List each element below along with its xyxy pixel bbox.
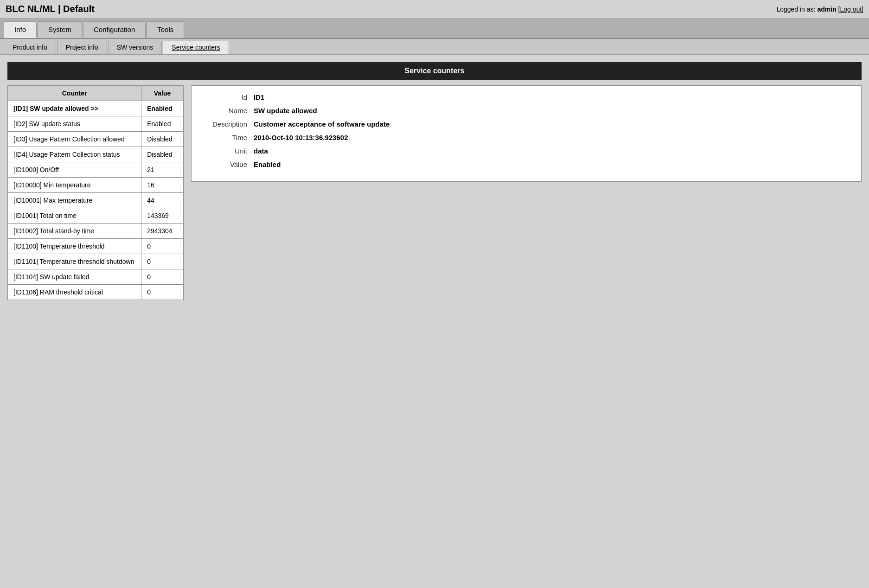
main-layout: Counter Value [ID1] SW update allowed >>… bbox=[7, 85, 862, 300]
table-row[interactable]: [ID1100] Temperature threshold0 bbox=[8, 239, 184, 254]
logout-link[interactable]: Log out bbox=[840, 6, 862, 13]
counter-value-cell: Disabled bbox=[141, 132, 184, 147]
counter-name-cell: [ID4] Usage Pattern Collection status bbox=[8, 147, 141, 162]
tab-system[interactable]: System bbox=[38, 21, 82, 38]
table-row[interactable]: [ID3] Usage Pattern Collection allowedDi… bbox=[8, 132, 184, 147]
detail-description-label: Description bbox=[203, 120, 254, 128]
table-row[interactable]: [ID1000] On/Off21 bbox=[8, 162, 184, 178]
table-row[interactable]: [ID10001] Max temperature44 bbox=[8, 193, 184, 208]
table-row[interactable]: [ID10000] Min temperature16 bbox=[8, 178, 184, 193]
detail-time-value: 2010-Oct-10 10:13:36.923602 bbox=[254, 134, 348, 141]
app-title: BLC NL/ML | Default bbox=[6, 4, 95, 14]
main-nav: Info System Configuration Tools bbox=[0, 19, 869, 39]
counter-value-cell: 143369 bbox=[141, 208, 184, 224]
table-row[interactable]: [ID2] SW update statusEnabled bbox=[8, 116, 184, 132]
detail-value-label: Value bbox=[203, 160, 254, 168]
detail-name-row: Name SW update allowed bbox=[203, 107, 850, 115]
detail-value-row: Value Enabled bbox=[203, 160, 850, 168]
tab-product-info[interactable]: Product info bbox=[4, 41, 56, 54]
counter-name-cell: [ID1100] Temperature threshold bbox=[8, 239, 141, 254]
table-row[interactable]: [ID1] SW update allowed >>Enabled bbox=[8, 101, 184, 116]
detail-unit-row: Unit data bbox=[203, 147, 850, 155]
detail-name-label: Name bbox=[203, 107, 254, 115]
counter-table-body: [ID1] SW update allowed >>Enabled[ID2] S… bbox=[8, 101, 184, 300]
detail-id-value: ID1 bbox=[254, 93, 264, 101]
counter-name-cell: [ID1104] SW update failed bbox=[8, 269, 141, 285]
detail-unit-label: Unit bbox=[203, 147, 254, 155]
detail-panel: Id ID1 Name SW update allowed Descriptio… bbox=[191, 85, 862, 182]
header: BLC NL/ML | Default Logged in as: admin … bbox=[0, 0, 869, 19]
counter-name-cell: [ID1106] RAM threshold critical bbox=[8, 285, 141, 300]
counter-table-container: Counter Value [ID1] SW update allowed >>… bbox=[7, 85, 184, 300]
table-row[interactable]: [ID1001] Total on time143369 bbox=[8, 208, 184, 224]
detail-id-label: Id bbox=[203, 93, 254, 101]
counter-name-cell: [ID1000] On/Off bbox=[8, 162, 141, 178]
counter-name-cell: [ID1] SW update allowed >> bbox=[8, 101, 141, 116]
counter-name-cell: [ID10001] Max temperature bbox=[8, 193, 141, 208]
section-title: Service counters bbox=[7, 62, 862, 80]
login-info: Logged in as: admin [Log out] bbox=[776, 6, 863, 13]
tab-sw-versions[interactable]: SW versions bbox=[108, 41, 162, 54]
counter-value-cell: 0 bbox=[141, 285, 184, 300]
tab-configuration[interactable]: Configuration bbox=[83, 21, 146, 38]
content-area: Service counters Counter Value [ID1] SW … bbox=[0, 55, 869, 307]
counter-value-cell: 0 bbox=[141, 269, 184, 285]
counter-name-cell: [ID1001] Total on time bbox=[8, 208, 141, 224]
table-row[interactable]: [ID1002] Total stand-by time2943304 bbox=[8, 224, 184, 239]
tab-info[interactable]: Info bbox=[4, 21, 37, 38]
sub-nav: Product info Project info SW versions Se… bbox=[0, 39, 869, 55]
counter-value-cell: 2943304 bbox=[141, 224, 184, 239]
counter-name-cell: [ID10000] Min temperature bbox=[8, 178, 141, 193]
detail-name-value: SW update allowed bbox=[254, 107, 317, 115]
table-row[interactable]: [ID1104] SW update failed0 bbox=[8, 269, 184, 285]
detail-description-value: Customer acceptance of software update bbox=[254, 120, 390, 128]
counter-name-cell: [ID1002] Total stand-by time bbox=[8, 224, 141, 239]
counter-table: Counter Value [ID1] SW update allowed >>… bbox=[7, 85, 184, 300]
counter-name-cell: [ID3] Usage Pattern Collection allowed bbox=[8, 132, 141, 147]
detail-time-label: Time bbox=[203, 134, 254, 141]
table-row[interactable]: [ID1106] RAM threshold critical0 bbox=[8, 285, 184, 300]
counter-name-cell: [ID1101] Temperature threshold shutdown bbox=[8, 254, 141, 269]
table-row[interactable]: [ID1101] Temperature threshold shutdown0 bbox=[8, 254, 184, 269]
counter-value-cell: Disabled bbox=[141, 147, 184, 162]
counter-value-cell: 16 bbox=[141, 178, 184, 193]
detail-description-row: Description Customer acceptance of softw… bbox=[203, 120, 850, 128]
tab-service-counters[interactable]: Service counters bbox=[163, 41, 229, 54]
counter-value-cell: 0 bbox=[141, 254, 184, 269]
col-header-value: Value bbox=[141, 86, 184, 101]
table-row[interactable]: [ID4] Usage Pattern Collection statusDis… bbox=[8, 147, 184, 162]
counter-name-cell: [ID2] SW update status bbox=[8, 116, 141, 132]
login-text: Logged in as: bbox=[776, 6, 817, 13]
counter-value-cell: Enabled bbox=[141, 101, 184, 116]
tab-tools[interactable]: Tools bbox=[147, 21, 184, 38]
detail-value-value: Enabled bbox=[254, 160, 281, 168]
detail-id-row: Id ID1 bbox=[203, 93, 850, 101]
detail-time-row: Time 2010-Oct-10 10:13:36.923602 bbox=[203, 134, 850, 141]
detail-unit-value: data bbox=[254, 147, 268, 155]
login-user: admin bbox=[817, 6, 836, 13]
counter-value-cell: 44 bbox=[141, 193, 184, 208]
col-header-counter: Counter bbox=[8, 86, 141, 101]
tab-project-info[interactable]: Project info bbox=[57, 41, 107, 54]
counter-value-cell: Enabled bbox=[141, 116, 184, 132]
counter-value-cell: 0 bbox=[141, 239, 184, 254]
counter-value-cell: 21 bbox=[141, 162, 184, 178]
